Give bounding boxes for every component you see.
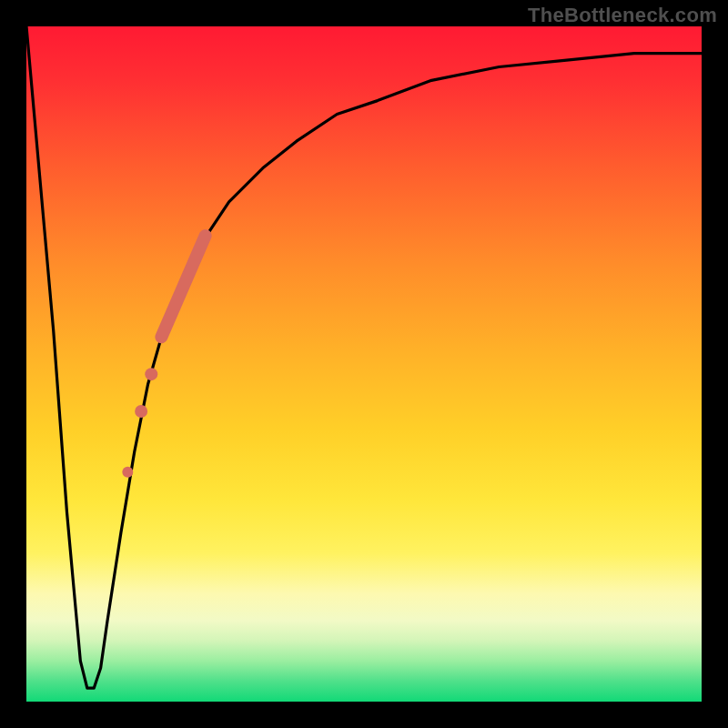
watermark-text: TheBottleneck.com (528, 4, 717, 27)
dot-2 (135, 405, 147, 418)
plot-area (26, 26, 702, 702)
dot-3 (122, 467, 133, 478)
series-layer (26, 26, 702, 688)
markers-layer (122, 236, 205, 478)
dot-1 (145, 368, 157, 380)
bottleneck-curve (26, 26, 702, 688)
highlight-band (161, 236, 205, 337)
chart-frame: TheBottleneck.com (0, 0, 728, 728)
chart-svg (26, 26, 702, 702)
